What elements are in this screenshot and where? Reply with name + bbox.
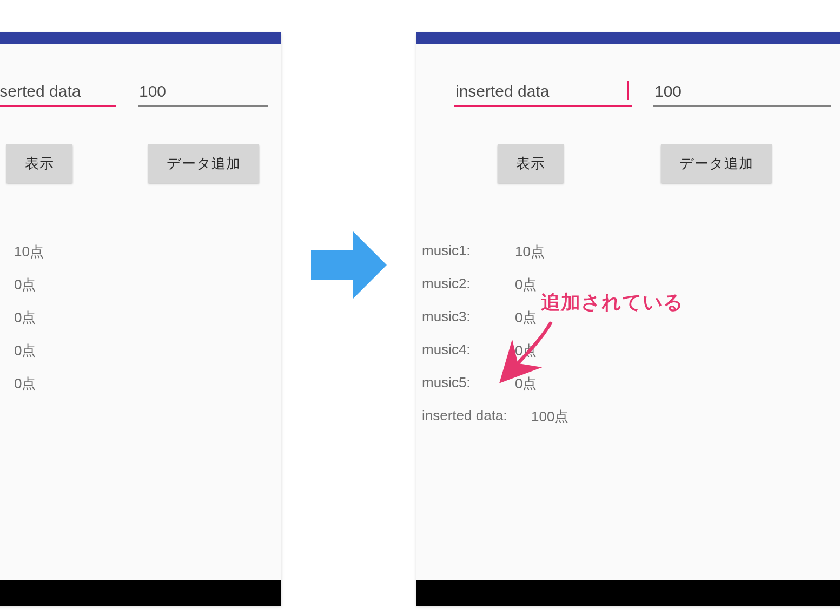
list-item: music5: 0点 <box>422 374 831 393</box>
list-item: 1: 10点 <box>0 242 268 261</box>
list-item: music4: 0点 <box>422 341 831 360</box>
list-item-key: 2: <box>0 275 2 294</box>
list-item: 3: 0点 <box>0 308 268 327</box>
score-input[interactable] <box>138 80 268 107</box>
navigation-bar <box>0 580 281 606</box>
name-input[interactable] <box>0 80 116 107</box>
list-item-key: music3: <box>422 308 503 327</box>
add-data-button[interactable]: データ追加 <box>148 144 259 183</box>
button-row: 表示 データ追加 <box>0 144 268 183</box>
score-text-field[interactable] <box>138 80 268 107</box>
svg-marker-0 <box>311 231 387 299</box>
list-item-value: 0点 <box>14 275 36 294</box>
score-text-field[interactable] <box>653 80 831 107</box>
app-content: 表示 データ追加 1: 10点 2: 0点 3: 0点 4: 0点 <box>0 44 281 580</box>
list-item-value: 100点 <box>531 407 568 426</box>
list-item-value: 10点 <box>14 242 44 261</box>
button-row: 表示 データ追加 <box>454 144 831 183</box>
add-data-button[interactable]: データ追加 <box>661 144 772 183</box>
list-item-key: music5: <box>422 374 503 393</box>
annotation-arrow-icon <box>507 319 556 379</box>
score-input[interactable] <box>653 80 831 107</box>
name-text-field[interactable] <box>454 80 632 107</box>
name-input[interactable] <box>454 80 632 107</box>
list-item: music1: 10点 <box>422 242 831 261</box>
data-list: 1: 10点 2: 0点 3: 0点 4: 0点 5: 0点 <box>0 242 268 393</box>
input-row <box>0 80 268 107</box>
status-bar <box>0 32 281 44</box>
list-item-key: 5: <box>0 374 2 393</box>
list-item-key: inserted data: <box>422 407 519 426</box>
input-row <box>454 80 831 107</box>
list-item-value: 0点 <box>14 308 36 327</box>
name-text-field[interactable] <box>0 80 116 107</box>
list-item: inserted data: 100点 <box>422 407 831 426</box>
data-list: music1: 10点 music2: 0点 music3: 0点 music4… <box>422 242 831 426</box>
annotation-label: 追加されている <box>541 289 684 316</box>
list-item-value: 0点 <box>14 341 36 360</box>
list-item: 2: 0点 <box>0 275 268 294</box>
list-item: 4: 0点 <box>0 341 268 360</box>
show-button[interactable]: 表示 <box>6 144 72 183</box>
text-cursor-icon <box>627 81 629 100</box>
navigation-bar <box>416 580 840 606</box>
show-button[interactable]: 表示 <box>498 144 564 183</box>
left-screenshot-panel: 表示 データ追加 1: 10点 2: 0点 3: 0点 4: 0点 <box>0 32 281 606</box>
status-bar <box>416 32 840 44</box>
list-item-key: music1: <box>422 242 503 261</box>
transition-arrow-icon <box>306 227 392 303</box>
list-item-value: 0点 <box>515 275 537 294</box>
list-item-value: 10点 <box>515 242 545 261</box>
list-item: 5: 0点 <box>0 374 268 393</box>
list-item-value: 0点 <box>14 374 36 393</box>
right-screenshot-panel: 表示 データ追加 music1: 10点 music2: 0点 music3: … <box>416 32 840 606</box>
list-item-key: 1: <box>0 242 2 261</box>
list-item-key: 3: <box>0 308 2 327</box>
list-item-key: 4: <box>0 341 2 360</box>
list-item-key: music4: <box>422 341 503 360</box>
list-item-key: music2: <box>422 275 503 294</box>
